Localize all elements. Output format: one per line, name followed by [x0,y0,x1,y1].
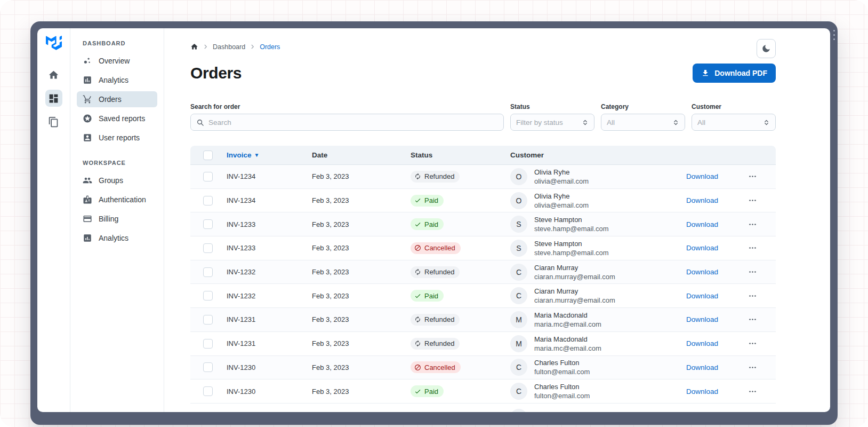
invoice-cell: INV-1230 [227,388,312,396]
download-link[interactable]: Download [686,363,718,371]
download-link[interactable]: Download [686,244,718,252]
download-link[interactable]: Download [686,196,718,204]
sidebar-item-label: User reports [99,133,140,142]
page-title: Orders [190,64,242,82]
chevron-updown-icon [763,119,770,126]
row-menu-button[interactable] [748,220,757,229]
download-link[interactable]: Download [686,339,718,347]
download-pdf-button[interactable]: Download PDF [693,64,776,83]
insert-chart-icon [83,75,92,85]
icon-rail [37,28,70,412]
search-input[interactable] [190,114,504,131]
column-header-customer: Customer [510,151,776,159]
star-circle-icon [83,114,92,123]
row-checkbox[interactable] [203,219,213,229]
customer-email: olivia@email.com [534,177,589,185]
row-menu-button[interactable] [748,243,757,252]
scrollbar[interactable] [833,30,835,40]
moon-icon [761,44,771,53]
table-header-row: Invoice▼DateStatusCustomer [190,146,776,165]
filter-label: Customer [692,103,776,110]
status-chip: Paid [411,290,444,302]
avatar: C [510,287,527,304]
rail-home-button[interactable] [45,66,62,83]
customer-email: fulton@email.com [534,368,590,376]
status-select[interactable]: Filter by status [510,114,594,131]
row-checkbox[interactable] [203,267,213,277]
breadcrumb-home-icon[interactable] [190,43,198,51]
row-menu-button[interactable] [748,172,757,181]
row-menu-button[interactable] [748,291,757,301]
avatar: C [510,359,527,376]
row-checkbox[interactable] [203,172,213,181]
breadcrumb: DashboardOrders [190,28,776,51]
sidebar-item-overview[interactable]: Overview [77,53,157,69]
mui-logo-icon [46,36,62,50]
block-icon [414,364,421,371]
avatar: C [510,383,527,400]
select-all-checkbox[interactable] [203,151,213,160]
date-cell: Feb 3, 2023 [312,388,411,396]
download-link[interactable]: Download [686,220,718,228]
chevron-right-icon [203,44,208,50]
download-link[interactable]: Download [686,268,718,276]
sidebar-item-billing[interactable]: Billing [77,211,157,227]
row-checkbox[interactable] [203,362,213,372]
table-row: INV-1234 Feb 3, 2023 Paid O Olivia Ryhe … [190,189,776,213]
sidebar-item-groups[interactable]: Groups [77,172,157,188]
chevron-updown-icon [672,119,679,126]
row-menu-button[interactable] [748,387,757,396]
rail-dashboard-button[interactable] [45,90,62,107]
row-menu-button[interactable] [748,363,757,372]
category-select[interactable]: All [601,114,685,131]
autorenew-icon [414,316,421,323]
sidebar-item-orders[interactable]: Orders [77,91,157,107]
sidebar-item-analytics[interactable]: Analytics [77,72,157,88]
sidebar: DASHBOARDOverviewAnalyticsOrdersSaved re… [70,28,164,412]
row-menu-button[interactable] [748,339,757,348]
row-checkbox[interactable] [203,386,213,396]
table-row-partial [190,404,776,412]
date-cell: Feb 3, 2023 [312,292,411,300]
sidebar-item-saved-reports[interactable]: Saved reports [77,110,157,126]
status-chip: Paid [411,195,444,207]
row-checkbox[interactable] [203,291,213,301]
chevron-right-icon [250,44,255,50]
column-header-invoice[interactable]: Invoice▼ [227,151,312,159]
check-icon [414,292,421,299]
select-value: All [697,118,705,126]
invoice-cell: INV-1232 [227,268,312,276]
row-checkbox[interactable] [203,196,213,205]
check-icon [414,221,421,228]
breadcrumb-item[interactable]: Dashboard [213,43,245,51]
row-checkbox[interactable] [203,339,213,349]
download-link[interactable]: Download [686,292,718,300]
invoice-cell: INV-1231 [227,315,312,323]
person-card-icon [83,133,92,143]
date-cell: Feb 3, 2023 [312,196,411,204]
avatar: S [510,216,527,233]
theme-toggle-button[interactable] [757,39,776,58]
status-chip: Refunded [411,266,460,278]
rail-layers-button[interactable] [45,113,62,130]
filter-label: Category [601,103,685,110]
date-cell: Feb 3, 2023 [312,268,411,276]
customer-select[interactable]: All [692,114,776,131]
sidebar-section-label: WORKSPACE [83,160,164,166]
download-link[interactable]: Download [686,315,718,323]
row-menu-button[interactable] [748,315,757,324]
row-checkbox[interactable] [203,243,213,253]
status-chip: Refunded [411,314,460,326]
column-header-status: Status [411,151,510,159]
invoice-cell: INV-1233 [227,244,312,252]
row-checkbox[interactable] [203,315,213,325]
row-menu-button[interactable] [748,267,757,276]
row-menu-button[interactable] [748,196,757,205]
sidebar-item-analytics[interactable]: Analytics [77,230,157,246]
sidebar-item-authentication[interactable]: Authentication [77,192,157,208]
download-link[interactable]: Download [686,388,718,396]
download-link[interactable]: Download [686,172,718,180]
breadcrumb-item: Orders [260,43,280,51]
sidebar-item-user-reports[interactable]: User reports [77,130,157,146]
table-row: INV-1230 Feb 3, 2023 Cancelled C Charles… [190,356,776,380]
